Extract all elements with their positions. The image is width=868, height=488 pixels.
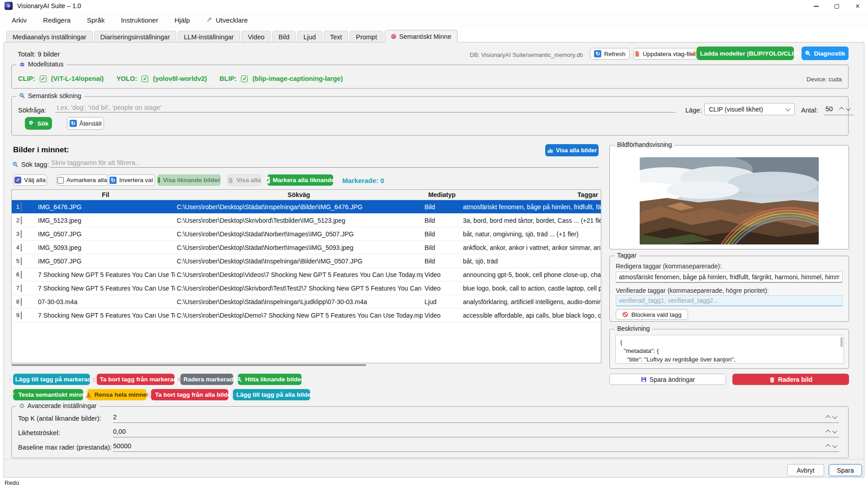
tab-llm[interactable]: LLM-inställningar [178, 31, 240, 42]
maximize-button[interactable] [826, 0, 847, 13]
tag-search-input[interactable] [49, 158, 599, 168]
description-textarea[interactable]: { "metadata": { "title": "Luftvy av regn… [615, 335, 844, 364]
count-spinner[interactable]: 50 [824, 103, 854, 115]
table-row[interactable]: 9 7 Shocking New GPT 5 Features You Can … [12, 309, 601, 322]
diagnostics-button[interactable]: Diagnostik [802, 47, 849, 60]
tab-diarisering[interactable]: Diariseringsinställningar [94, 31, 176, 42]
topk-spinner[interactable]: 2 [113, 411, 839, 423]
row-checkbox[interactable] [21, 230, 22, 238]
menu-instruktioner[interactable]: Instruktioner [113, 13, 166, 27]
model-status-group: Modellstatus CLIP: ✓ (ViT-L-14/openai) Y… [11, 65, 849, 89]
tab-semantiskt-minne[interactable]: Semantiskt Minne [385, 30, 458, 42]
col-header-mediatyp[interactable]: Mediatyp [423, 191, 461, 198]
spin-down-icon[interactable] [846, 106, 851, 111]
table-row[interactable]: 8 07-30-03.m4a C:\Users\rober\Desktop\St… [12, 295, 601, 309]
search-query-input[interactable] [55, 103, 675, 113]
search-icon [28, 120, 35, 127]
row-checkbox[interactable] [21, 216, 22, 225]
remove-tag-marked-button[interactable]: Ta bort tagg från markerade [97, 374, 175, 385]
table-row[interactable]: 7 7 Shocking New GPT 5 Features You Can … [12, 282, 601, 295]
show-all-images-button[interactable]: Visa alla bilder [545, 144, 599, 156]
table-row[interactable]: 3 IMG_0507.JPG C:\Users\rober\Desktop\St… [12, 227, 601, 241]
mode-select[interactable]: CLIP (visuell likhet) [704, 103, 795, 115]
table-row[interactable]: 5 IMG_0507.JPG C:\Users\rober\Desktop\St… [12, 254, 601, 268]
cell-path: C:\Users\rober\Desktop\Städat\Norbert\Im… [175, 244, 423, 251]
tab-bild[interactable]: Bild [272, 31, 296, 42]
spin-up-icon[interactable] [826, 415, 830, 420]
col-header-taggar[interactable]: Taggar [461, 191, 601, 198]
remove-tag-all-button[interactable]: Ta bort tagg från alla bilder [151, 389, 228, 400]
menu-utvecklare[interactable]: Utvecklare [198, 13, 256, 27]
close-button[interactable]: × [847, 0, 868, 13]
cancel-button[interactable]: Avbryt [787, 464, 824, 476]
row-checkbox[interactable] [21, 271, 22, 279]
col-header-sokvag[interactable]: Sökväg [175, 191, 423, 198]
advanced-settings-legend: ⚙ Avancerade inställningar [16, 402, 99, 409]
menu-sprak[interactable]: Språk [79, 13, 113, 27]
tab-prompt[interactable]: Prompt [349, 31, 383, 42]
menu-redigera[interactable]: Redigera [35, 13, 79, 27]
row-checkbox[interactable] [21, 298, 22, 306]
row-checkbox[interactable] [21, 311, 22, 319]
edit-tags-input[interactable] [616, 272, 843, 283]
block-tag-button[interactable]: Blockera vald tagg [616, 309, 688, 320]
select-all-button[interactable]: ✓ Välj alla [13, 174, 47, 186]
minimize-button[interactable] [806, 0, 826, 13]
load-models-button[interactable]: Ladda modeller (BLIP/YOLO/CLIP) [697, 47, 794, 60]
menu-hjalp[interactable]: Hjälp [166, 13, 198, 27]
baseline-spinner[interactable]: 50000 [113, 440, 839, 452]
vertical-scrollbar[interactable] [840, 337, 843, 347]
tab-video[interactable]: Video [241, 31, 271, 42]
close-icon: × [855, 3, 859, 10]
chart-icon [547, 147, 553, 154]
spin-up-icon[interactable] [826, 429, 830, 434]
semantic-search-legend: Semantisk sökning [16, 92, 84, 99]
spin-down-icon[interactable] [832, 442, 837, 447]
save-changes-button[interactable]: Spara ändringar [609, 374, 726, 385]
spin-down-icon[interactable] [832, 428, 837, 433]
table-row[interactable]: 6 7 Shocking New GPT 5 Features You Can … [12, 268, 601, 282]
spin-down-icon[interactable] [832, 413, 837, 418]
find-similar-button[interactable]: Hitta liknande bilder [238, 374, 302, 385]
cell-path: C:\Users\rober\Desktop\Städat\Inspelning… [175, 203, 423, 211]
row-checkbox[interactable] [21, 257, 22, 265]
threshold-spinner[interactable]: 0,00 [113, 426, 839, 437]
save-button[interactable]: Spara [829, 464, 862, 476]
table-row[interactable]: 1 IMG_6476.JPG C:\Users\rober\Desktop\St… [12, 200, 601, 214]
spin-up-icon[interactable] [826, 444, 830, 449]
table-header[interactable]: Fil Sökväg Mediatyp Taggar [12, 190, 601, 200]
gear-icon: ⚙ [19, 402, 25, 409]
search-button[interactable]: Sök [25, 117, 52, 130]
test-memory-button[interactable]: Testa semantiskt minne [13, 389, 83, 400]
table-row[interactable]: 4 IMG_5093.jpeg C:\Users\rober\Desktop\S… [12, 241, 601, 254]
mark-all-similar-button[interactable]: ✓ Markera alla liknande [267, 174, 333, 186]
row-checkbox[interactable] [21, 284, 22, 292]
delete-image-button[interactable]: Radera bild [732, 374, 849, 385]
plus-icon: + [230, 391, 234, 399]
cell-tags: accessible affordable, api calls, blue b… [461, 312, 601, 319]
refresh-button[interactable]: ↻ Refresh [590, 48, 630, 60]
spin-up-icon[interactable] [839, 107, 844, 112]
baseline-label: Baseline max rader (prestanda): [18, 444, 112, 451]
clear-memory-button[interactable]: Rensa hela minnet [87, 389, 146, 400]
update-vtag-button[interactable]: Uppdatera vtag-filer [633, 48, 697, 60]
row-checkbox[interactable] [21, 203, 22, 211]
tab-ljud[interactable]: Ljud [297, 31, 322, 42]
delete-marked-button[interactable]: × Radera markerade [180, 374, 233, 385]
reset-button[interactable]: ↻ Återställ [67, 117, 104, 130]
add-tag-marked-button[interactable]: + Lägg till tagg på markerade [13, 374, 90, 385]
memory-heading: Bilder i minnet: [13, 145, 69, 155]
verified-tags-input[interactable] [616, 295, 843, 306]
table-row[interactable]: 2 IMG_5123.jpeg C:\Users\rober\Desktop\S… [12, 214, 601, 227]
deselect-all-button[interactable]: Avmarkera alla [57, 174, 108, 186]
cell-file: 7 Shocking New GPT 5 Features You Can Us… [36, 271, 175, 278]
tab-text[interactable]: Text [324, 31, 349, 42]
tab-mediaanalys[interactable]: Mediaanalys inställningar [6, 31, 93, 42]
row-checkbox[interactable] [21, 244, 22, 252]
menu-arkiv[interactable]: Arkiv [4, 13, 35, 27]
horizontal-scrollbar[interactable] [11, 364, 366, 366]
col-header-fil[interactable]: Fil [36, 191, 175, 198]
invert-selection-button[interactable]: ↻ Invertera val [107, 174, 155, 186]
add-tag-all-button[interactable]: + Lägg till tagg på alla bilder [233, 389, 310, 400]
cell-tags: blue logo, book, call to action, castle … [461, 285, 601, 292]
